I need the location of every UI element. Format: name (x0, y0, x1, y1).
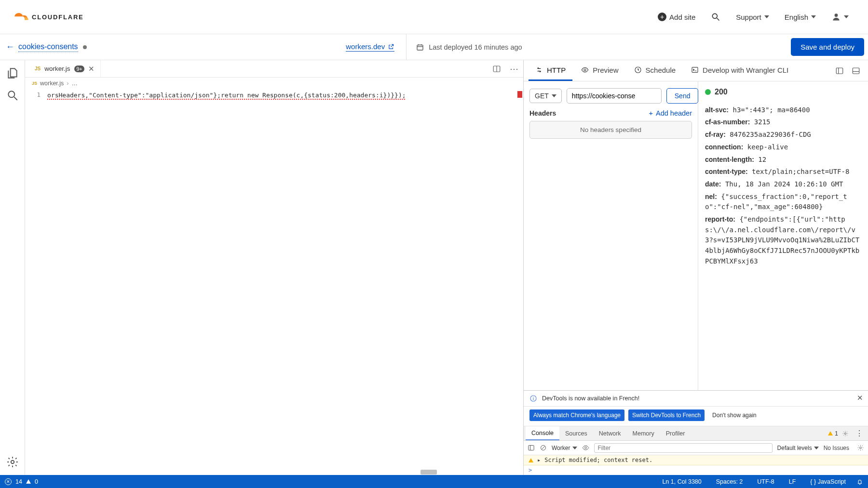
console-settings-icon[interactable] (857, 444, 864, 451)
encoding[interactable]: UTF-8 (753, 478, 778, 485)
cursor-position[interactable]: Ln 1, Col 3380 (658, 478, 705, 485)
devtools-tab-network[interactable]: Network (593, 426, 627, 440)
devtools-settings-icon[interactable] (842, 430, 849, 437)
devtools-banner: DevTools is now available in French! ✕ (524, 391, 868, 407)
terminal-icon (691, 66, 699, 74)
split-editor-icon[interactable] (492, 65, 501, 73)
code-line: orsHeaders,"Content-type":"application/j… (47, 92, 406, 99)
problems-summary[interactable]: ✕ 14 0 (5, 478, 38, 485)
http-method-select[interactable]: GET (529, 89, 562, 103)
problems-count-badge: 9+ (74, 66, 85, 72)
request-url-input[interactable] (567, 88, 662, 104)
devtools-tab-profiler[interactable]: Profiler (660, 426, 691, 440)
editor-more-icon[interactable]: ⋯ (505, 64, 523, 74)
warning-text: Script modified; context reset. (544, 457, 652, 463)
tab-filename: worker.js (44, 65, 70, 72)
close-tab-icon[interactable]: ✕ (88, 65, 95, 73)
user-menu[interactable] (824, 12, 856, 22)
line-gutter: 1 (25, 89, 47, 475)
svg-point-21 (533, 397, 534, 398)
editor-breadcrumb[interactable]: JS worker.js › … (25, 78, 523, 89)
response-header-row: nel: {"success_fraction":0,"report_to":"… (705, 192, 861, 212)
workers-dev-label: workers.dev (346, 42, 385, 51)
close-banner-icon[interactable]: ✕ (857, 394, 863, 402)
response-status: 200 (705, 86, 861, 98)
clock-icon (634, 66, 642, 74)
console-toolbar: Worker Default levels No Issues (524, 441, 868, 455)
response-header-row: alt-svc: h3=":443"; ma=86400 (705, 105, 861, 116)
workers-dev-link[interactable]: workers.dev (346, 42, 394, 52)
top-nav: CLOUDFLARE + Add site Support English (0, 0, 868, 34)
add-site-label: Add site (669, 13, 695, 21)
cloudflare-logo-icon (12, 12, 30, 22)
switch-french-button[interactable]: Switch DevTools to French (628, 409, 705, 421)
layout-toggle-icon[interactable] (835, 66, 844, 75)
editor-tabbar: JS worker.js 9+ ✕ ⋯ (25, 60, 523, 78)
language-menu[interactable]: English (777, 13, 824, 21)
code-area[interactable]: 1 orsHeaders,"Content-type":"application… (25, 89, 523, 475)
devtools-more-icon[interactable]: ⋮ (853, 429, 866, 438)
tab-wrangler[interactable]: Develop with Wrangler CLI (684, 60, 795, 81)
editor: JS worker.js 9+ ✕ ⋯ JS worker.js › … 1 o… (25, 60, 524, 475)
caret-down-icon (764, 15, 769, 18)
settings-gear-icon[interactable] (6, 456, 19, 468)
devtools-tab-sources[interactable]: Sources (559, 426, 593, 440)
response-header-row: cf-ray: 8476235aa229036f-CDG (705, 130, 861, 140)
warning-count-icon (26, 479, 31, 484)
console-output: ▸ Script modified; context reset. > (524, 455, 868, 475)
svg-rect-17 (853, 68, 859, 74)
console-filter-input[interactable] (594, 443, 772, 453)
console-prompt[interactable]: > (524, 465, 868, 475)
context-select[interactable]: Worker (552, 445, 577, 451)
unsaved-changes-dot-icon (83, 45, 87, 49)
warning-triangle-icon (529, 458, 533, 462)
devtools-tab-console[interactable]: Console (526, 426, 559, 440)
devtools-tab-memory[interactable]: Memory (627, 426, 660, 440)
console-warning-row[interactable]: ▸ Script modified; context reset. (524, 455, 868, 465)
support-menu[interactable]: Support (728, 13, 777, 21)
log-levels-select[interactable]: Default levels (777, 445, 819, 451)
logo[interactable]: CLOUDFLARE (12, 12, 84, 22)
overview-ruler-error-icon (517, 91, 522, 98)
response-header-row: report-to: {"endpoints":[{"url":"https:\… (705, 214, 861, 266)
right-tabs: HTTP Preview Schedule Develop with Wrang… (524, 60, 868, 81)
eol[interactable]: LF (785, 478, 800, 485)
indentation[interactable]: Spaces: 2 (712, 478, 747, 485)
editor-tab[interactable]: JS worker.js 9+ ✕ (29, 60, 101, 77)
notifications-bell-icon[interactable] (856, 478, 863, 485)
search-panel-icon[interactable] (6, 89, 19, 102)
breadcrumb-rest: … (72, 80, 78, 87)
response-header-row: content-length: 12 (705, 155, 861, 165)
always-match-button[interactable]: Always match Chrome's language (529, 409, 624, 421)
save-and-deploy-button[interactable]: Save and deploy (791, 38, 864, 56)
add-site-button[interactable]: + Add site (650, 13, 703, 21)
plus-icon: + (649, 109, 653, 117)
devtools-toggle-icon[interactable] (852, 66, 860, 75)
svg-point-0 (713, 13, 718, 18)
response-header-row: cf-as-number: 3215 (705, 117, 861, 128)
clear-console-icon[interactable] (540, 444, 547, 451)
back-arrow-icon[interactable]: ← (6, 42, 14, 52)
live-expression-icon[interactable] (582, 444, 589, 451)
tab-preview[interactable]: Preview (574, 60, 625, 81)
svg-point-22 (844, 433, 846, 435)
tab-http[interactable]: HTTP (529, 60, 572, 81)
dont-show-button[interactable]: Don't show again (708, 409, 760, 421)
language-mode[interactable]: { } JavaScript (806, 478, 850, 485)
svg-rect-14 (692, 67, 698, 73)
add-header-button[interactable]: + Add header (649, 109, 692, 117)
no-headers-box: No headers specified (529, 121, 692, 139)
disclosure-triangle-icon[interactable]: ▸ (537, 457, 541, 463)
activity-bar (0, 60, 25, 475)
horizontal-scrollbar-thumb[interactable] (420, 470, 437, 475)
files-icon[interactable] (6, 67, 19, 79)
tab-schedule[interactable]: Schedule (627, 60, 683, 81)
search-button[interactable] (703, 12, 728, 22)
project-name-link[interactable]: cookies-consents (18, 42, 78, 52)
no-issues-label: No Issues (824, 445, 849, 451)
toggle-sidebar-icon[interactable] (528, 444, 535, 451)
send-button[interactable]: Send (666, 88, 699, 104)
devtools-warn-badge[interactable]: 1 (828, 430, 838, 437)
error-count-icon: ✕ (5, 478, 12, 485)
brand-text: CLOUDFLARE (32, 13, 84, 21)
